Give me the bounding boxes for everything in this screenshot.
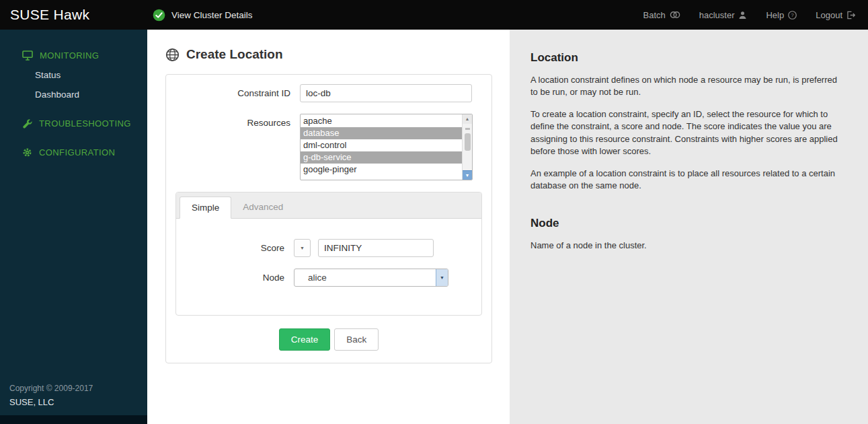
help-panel: Location A location constraint defines o… (510, 30, 868, 424)
sidebar-configuration-label: CONFIGURATION (39, 147, 115, 157)
batch-link[interactable]: Batch (643, 10, 680, 20)
help-paragraph: To create a location constraint, specify… (530, 108, 846, 158)
help-section-node: Node Name of a node in the cluster. (530, 217, 846, 252)
user-icon (738, 11, 747, 20)
simple-tab-panel: Score ▼ Node alice ▼ (176, 219, 481, 315)
resources-listbox[interactable]: apache database dml-control g-db-service… (300, 114, 473, 180)
tab-advanced[interactable]: Advanced (231, 197, 294, 218)
tab-simple[interactable]: Simple (180, 197, 231, 219)
resource-option[interactable]: database (301, 127, 462, 139)
sidebar-section-troubleshooting: TROUBLESHOOTING (0, 114, 147, 133)
sidebar-troubleshooting-label: TROUBLESHOOTING (39, 118, 131, 129)
help-icon: ? (788, 11, 797, 20)
back-button[interactable]: Back (334, 328, 379, 351)
scroll-down-icon[interactable]: ▼ (463, 170, 472, 180)
globe-icon (165, 48, 180, 62)
topbar: SUSE Hawk View Cluster Details Batch hac… (0, 0, 868, 30)
username-label: hacluster (699, 10, 735, 20)
score-tab-widget: Simple Advanced Score ▼ Node alic (175, 192, 482, 316)
score-row: Score ▼ (176, 239, 481, 257)
sidebar-section-monitoring: MONITORING Status Dashboard (0, 46, 147, 104)
sidebar-item-configuration[interactable]: CONFIGURATION (0, 143, 147, 162)
help-paragraph: Name of a node in the cluster. (530, 240, 846, 252)
resource-option[interactable]: google-pinger (301, 164, 462, 176)
batch-icon (670, 11, 680, 19)
node-select-arrow[interactable]: ▼ (436, 269, 448, 286)
resource-option[interactable]: g-db-service (301, 151, 462, 164)
logout-label: Logout (816, 10, 842, 20)
sidebar-section-configuration: CONFIGURATION (0, 143, 147, 162)
page-title: Create Location (186, 47, 283, 62)
help-label: Help (766, 10, 784, 20)
help-node-heading: Node (530, 217, 846, 230)
resources-options: apache database dml-control g-db-service… (301, 114, 462, 180)
copyright-text: Copyright © 2009-2017 (9, 384, 138, 393)
node-row: Node alice ▼ (176, 269, 481, 287)
sidebar-footer: Copyright © 2009-2017 SUSE, LLC (0, 378, 147, 415)
cluster-status-label: View Cluster Details (171, 10, 253, 20)
main-content: Create Location Constraint ID Resources … (147, 30, 510, 424)
company-name: SUSE, LLC (9, 397, 138, 407)
help-section-location: Location A location constraint defines o… (530, 51, 846, 192)
sidebar-item-troubleshooting[interactable]: TROUBLESHOOTING (0, 114, 147, 133)
constraint-id-row: Constraint ID (175, 84, 482, 102)
form-buttons: Create Back (175, 328, 482, 351)
create-location-form: Constraint ID Resources apache database … (165, 74, 492, 363)
node-select[interactable]: alice ▼ (294, 269, 448, 287)
sidebar: MONITORING Status Dashboard TROUBLESHOOT… (0, 30, 147, 424)
app-logo[interactable]: SUSE Hawk (0, 7, 147, 23)
node-selected-value: alice (294, 273, 436, 283)
chevron-down-icon: ▼ (440, 275, 444, 280)
help-paragraph: A location constraint defines on which n… (530, 74, 846, 99)
score-label: Score (176, 239, 294, 253)
logout-link[interactable]: Logout (816, 10, 856, 20)
sidebar-monitoring-label: MONITORING (40, 50, 99, 61)
view-cluster-details[interactable]: View Cluster Details (153, 9, 253, 22)
constraint-id-input[interactable] (300, 84, 472, 102)
score-input[interactable] (318, 239, 434, 257)
resource-option[interactable]: dml-control (301, 139, 462, 151)
cluster-ok-icon (153, 9, 165, 22)
sidebar-item-dashboard[interactable]: Dashboard (0, 85, 147, 104)
score-dropdown-button[interactable]: ▼ (294, 239, 311, 257)
tab-strip: Simple Advanced (176, 192, 481, 219)
gear-icon (22, 147, 32, 157)
resources-scrollbar[interactable]: ▲ ▼ (462, 114, 472, 180)
scrollbar-thumb[interactable] (465, 133, 471, 151)
resources-label: Resources (175, 114, 300, 128)
node-label: Node (176, 269, 294, 283)
help-location-heading: Location (530, 51, 846, 65)
user-menu[interactable]: hacluster (699, 10, 748, 20)
scroll-up-icon[interactable]: ▲ (463, 114, 472, 124)
wrench-icon (22, 118, 32, 129)
chevron-down-icon: ▼ (300, 246, 305, 250)
help-link[interactable]: Help ? (766, 10, 797, 20)
sidebar-item-monitoring[interactable]: MONITORING (0, 46, 147, 65)
resources-row: Resources apache database dml-control g-… (175, 114, 482, 180)
create-button[interactable]: Create (279, 328, 331, 351)
monitor-icon (22, 50, 33, 61)
help-paragraph: An example of a location constraint is t… (530, 168, 846, 192)
page-title-row: Create Location (165, 47, 510, 62)
sidebar-bottom-strip (0, 415, 147, 424)
resource-option[interactable]: apache (301, 115, 462, 127)
sidebar-item-status[interactable]: Status (0, 65, 147, 85)
scrollbar-notch (465, 128, 470, 130)
svg-text:?: ? (791, 12, 795, 18)
batch-label: Batch (643, 10, 665, 20)
topbar-links: Batch hacluster Help ? Logout (643, 10, 868, 20)
constraint-id-label: Constraint ID (175, 84, 300, 98)
logout-icon (846, 11, 856, 20)
